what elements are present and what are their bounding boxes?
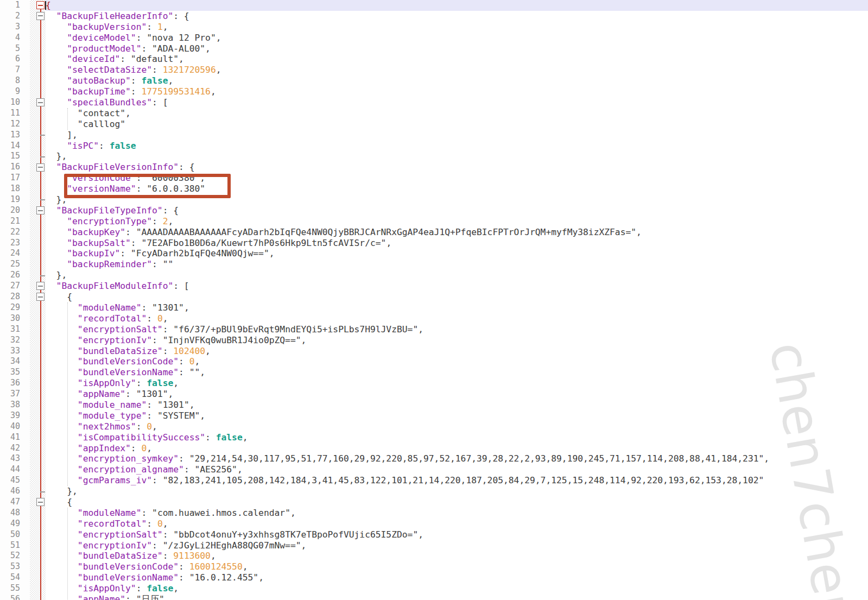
code-line[interactable]: "BackupFileVersionInfo": { [46, 162, 769, 173]
fold-end-tick [40, 135, 45, 136]
line-number: 18 [0, 184, 30, 194]
code-line[interactable]: "encryptionSalt": "bbDcot4onuY+y3xhhsg8T… [46, 529, 769, 540]
fold-marker[interactable] [36, 12, 45, 20]
code-line[interactable]: "backupTime": 1775199531416, [46, 86, 769, 97]
line-number: 3 [0, 22, 30, 33]
line-number: 2 [0, 11, 30, 22]
code-line[interactable]: "backupReminder": "" [46, 259, 769, 270]
code-line[interactable]: "next2hmos": 0, [46, 421, 769, 432]
code-line[interactable]: "bundleDataSize": 102400, [46, 346, 769, 357]
line-number: 54 [0, 572, 30, 583]
fold-collapse-icon [38, 210, 43, 211]
fold-collapse-icon [38, 102, 43, 103]
code-line[interactable]: "backupKey": "AAAADAAAABAAAAAAFcyADarh2b… [46, 227, 769, 238]
code-line[interactable]: "encryption_algname": "AES256", [46, 464, 769, 475]
code-line[interactable]: ], [46, 130, 769, 141]
code-line[interactable]: { [46, 292, 769, 302]
code-line[interactable]: "appName": "日历", [46, 594, 769, 600]
line-number: 44 [0, 464, 30, 475]
code-line[interactable]: "gcmParams_iv": "82,183,241,105,208,142,… [46, 475, 769, 486]
fold-end-tick [40, 491, 45, 492]
line-number: 10 [0, 97, 30, 108]
fold-end-tick [40, 199, 45, 200]
annotation-box [64, 174, 231, 198]
json-editor[interactable]: chen7chen { "BackupFileHeaderInfo": { "b… [0, 0, 868, 600]
line-number: 50 [0, 529, 30, 540]
code-line[interactable]: "encryptionIv": "/zJGyLi2HEghA88QG07mNw=… [46, 540, 769, 551]
fold-collapse-icon [38, 5, 43, 6]
line-number: 12 [0, 119, 30, 130]
fold-marker[interactable] [36, 498, 45, 506]
code-line[interactable]: "encryptionSalt": "f6/37/+pBUl9bEvRqt9Mn… [46, 324, 769, 335]
code-line[interactable]: "recordTotal": 0, [46, 313, 769, 324]
line-number: 56 [0, 594, 30, 600]
line-number: 47 [0, 497, 30, 508]
line-number: 45 [0, 475, 30, 486]
fold-marker[interactable] [36, 206, 45, 214]
code-line[interactable]: "module_name": "1301", [46, 400, 769, 410]
code-line[interactable]: "specialBundles": [ [46, 97, 769, 108]
code-line[interactable]: "deviceModel": "nova 12 Pro", [46, 33, 769, 43]
code-line[interactable]: "appIndex": 0, [46, 443, 769, 454]
code-line[interactable]: "moduleName": "com.huawei.hmos.calendar"… [46, 508, 769, 519]
code-area[interactable]: { "BackupFileHeaderInfo": { "backupVersi… [46, 0, 769, 600]
code-line[interactable]: "moduleName": "1301", [46, 302, 769, 313]
line-number: 17 [0, 173, 30, 184]
line-number: 4 [0, 33, 30, 43]
code-line[interactable]: "productModel": "ADA-AL00", [46, 43, 769, 54]
code-line[interactable]: "isCompatibilitySuccess": false, [46, 432, 769, 443]
fold-margin[interactable] [30, 0, 46, 600]
code-line[interactable]: "bundleVersionName": "", [46, 367, 769, 378]
line-number: 22 [0, 227, 30, 238]
fold-collapse-icon [38, 15, 43, 16]
line-number: 1 [0, 0, 30, 11]
code-line[interactable]: "BackupFileTypeInfo": { [46, 205, 769, 216]
code-line[interactable]: "backupVersion": 1, [46, 22, 769, 33]
line-number: 39 [0, 410, 30, 421]
code-line[interactable]: "BackupFileModuleInfo": [ [46, 281, 769, 292]
fold-end-tick [40, 275, 45, 276]
code-line[interactable]: { [46, 0, 769, 11]
code-line[interactable]: { [46, 497, 769, 508]
code-line[interactable]: "isAppOnly": false, [46, 583, 769, 594]
code-line[interactable]: "bundleVersionCode": 1600124550, [46, 561, 769, 572]
code-line[interactable]: "module_type": "SYSTEM", [46, 410, 769, 421]
code-line[interactable]: "calllog" [46, 119, 769, 130]
line-number: 16 [0, 162, 30, 173]
code-line[interactable]: "contact", [46, 108, 769, 119]
line-number: 41 [0, 432, 30, 443]
code-line[interactable]: "encryption_symkey": "29,214,54,30,117,9… [46, 453, 769, 464]
code-line[interactable]: "isAppOnly": false, [46, 378, 769, 389]
line-number: 46 [0, 486, 30, 497]
line-number: 29 [0, 302, 30, 313]
code-line[interactable]: "bundleVersionName": "16.0.12.455", [46, 572, 769, 583]
code-line[interactable]: "isPC": false [46, 141, 769, 151]
code-line[interactable]: "autoBackup": false, [46, 75, 769, 86]
fold-marker[interactable] [36, 1, 45, 9]
fold-marker[interactable] [36, 293, 45, 301]
code-line[interactable]: "deviceId": "default", [46, 54, 769, 65]
line-number: 30 [0, 313, 30, 324]
line-number: 53 [0, 561, 30, 572]
code-line[interactable]: "BackupFileHeaderInfo": { [46, 11, 769, 22]
line-number: 49 [0, 519, 30, 529]
line-number: 6 [0, 54, 30, 65]
fold-marker[interactable] [36, 98, 45, 106]
code-line[interactable]: "bundleDataSize": 9113600, [46, 551, 769, 561]
code-line[interactable]: "backupSalt": "7E2AFbo1B0D6a/Kuewrt7hP0s… [46, 238, 769, 249]
code-line[interactable]: }, [46, 486, 769, 497]
fold-end-tick [40, 156, 45, 157]
code-line[interactable]: "recordTotal": 0, [46, 519, 769, 529]
code-line[interactable]: }, [46, 151, 769, 162]
code-line[interactable]: "backupIv": "FcyADarh2bIqFQe4NW0Qjw==", [46, 248, 769, 259]
code-line[interactable]: "encryptionType": 2, [46, 216, 769, 227]
code-line[interactable]: }, [46, 270, 769, 281]
code-line[interactable]: "bundleVersionCode": 0, [46, 356, 769, 367]
line-number: 23 [0, 238, 30, 249]
code-line[interactable]: "selectDataSize": 1321720596, [46, 65, 769, 75]
code-line[interactable]: "encryptionIv": "InjnVFKq0wuBR1J4io0pZQ=… [46, 335, 769, 346]
fold-collapse-icon [38, 286, 43, 287]
fold-marker[interactable] [36, 163, 45, 172]
fold-marker[interactable] [36, 282, 45, 290]
code-line[interactable]: "appName": "1301", [46, 389, 769, 400]
